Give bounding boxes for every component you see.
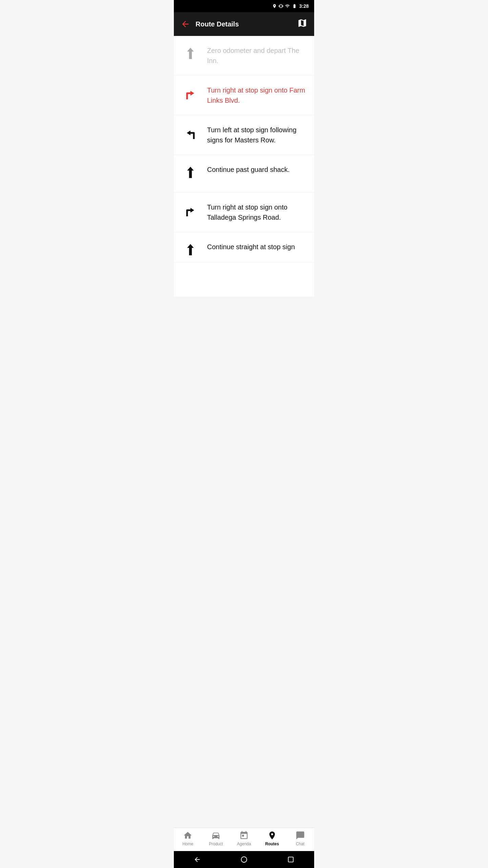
- up-arrow-2-icon: [184, 243, 197, 260]
- turn-right-icon: [182, 203, 199, 220]
- nav-agenda-label: Agenda: [237, 842, 251, 846]
- route-item-4: Continue past guard shack.: [174, 155, 314, 193]
- agenda-icon: [239, 831, 249, 840]
- route-text-6: Continue straight at stop sign: [207, 242, 306, 252]
- nav-routes[interactable]: Routes: [262, 831, 282, 846]
- status-bar: 3:28: [174, 0, 314, 12]
- svg-rect-1: [288, 857, 293, 862]
- map-button[interactable]: [297, 18, 307, 30]
- product-icon: [211, 831, 221, 840]
- home-android-icon[interactable]: [240, 856, 248, 863]
- home-icon: [183, 831, 192, 840]
- route-item-1: Zero odometer and depart The Inn.: [174, 36, 314, 76]
- nav-product-label: Product: [209, 842, 223, 846]
- route-icon-1: [182, 45, 199, 64]
- route-item-2: Turn right at stop sign onto Farm Links …: [174, 76, 314, 115]
- nav-product[interactable]: Product: [206, 831, 226, 846]
- route-text-2: Turn right at stop sign onto Farm Links …: [207, 85, 306, 105]
- route-item-5: Turn right at stop sign onto Talladega S…: [174, 193, 314, 232]
- route-text-3: Turn left at stop sign following signs f…: [207, 125, 306, 145]
- route-item-6: Continue straight at stop sign: [174, 232, 314, 263]
- route-icon-6: [182, 242, 199, 260]
- page-title: Route Details: [196, 20, 297, 28]
- status-icons: 3:28: [272, 3, 309, 9]
- bottom-nav: Home Product Agenda Routes Chat: [174, 828, 314, 853]
- route-icon-2: [182, 85, 199, 103]
- turn-right-red-icon: [182, 86, 199, 103]
- route-content: Zero odometer and depart The Inn. Turn r…: [174, 36, 314, 297]
- android-nav-bar: [174, 851, 314, 868]
- route-text-4: Continue past guard shack.: [207, 164, 306, 175]
- up-arrow-icon: [184, 166, 197, 183]
- nav-chat[interactable]: Chat: [290, 831, 310, 846]
- route-text-5: Turn right at stop sign onto Talladega S…: [207, 202, 306, 222]
- recents-android-icon[interactable]: [287, 856, 294, 863]
- time-display: 3:28: [299, 3, 309, 9]
- vibrate-icon: [279, 4, 283, 8]
- battery-icon: [291, 4, 298, 8]
- up-arrow-gray-icon: [184, 47, 197, 64]
- route-icon-4: [182, 164, 199, 183]
- nav-agenda[interactable]: Agenda: [234, 831, 254, 846]
- back-android-icon[interactable]: [194, 856, 201, 863]
- back-button[interactable]: [181, 19, 190, 29]
- routes-icon: [267, 831, 277, 840]
- signal-icon: [285, 4, 290, 8]
- route-icon-5: [182, 202, 199, 220]
- chat-icon: [296, 831, 305, 840]
- route-icon-3: [182, 125, 199, 142]
- app-header: Route Details: [174, 12, 314, 36]
- nav-home-label: Home: [182, 842, 193, 846]
- nav-chat-label: Chat: [296, 842, 304, 846]
- svg-point-0: [241, 857, 247, 863]
- nav-routes-label: Routes: [265, 842, 279, 846]
- route-item-3: Turn left at stop sign following signs f…: [174, 115, 314, 155]
- nav-home[interactable]: Home: [178, 831, 198, 846]
- turn-left-icon: [182, 126, 199, 142]
- route-text-1: Zero odometer and depart The Inn.: [207, 45, 306, 66]
- location-icon: [272, 4, 277, 8]
